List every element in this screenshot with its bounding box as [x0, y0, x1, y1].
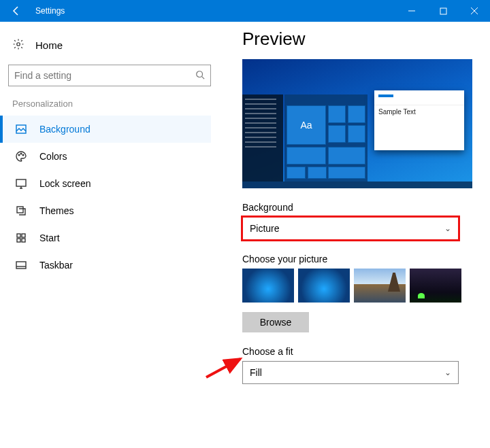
- background-dropdown[interactable]: Picture ⌄: [242, 217, 459, 240]
- lock-screen-icon: [15, 178, 27, 189]
- browse-button-label: Browse: [260, 317, 292, 328]
- svg-point-6: [22, 154, 24, 156]
- sidebar-item-start[interactable]: Start: [0, 224, 211, 252]
- window-title: Settings: [33, 6, 65, 16]
- picture-thumbnail[interactable]: [410, 269, 461, 303]
- close-button[interactable]: [459, 0, 490, 22]
- back-button[interactable]: [0, 0, 33, 22]
- sidebar-item-lock-screen[interactable]: Lock screen: [0, 170, 211, 197]
- svg-rect-11: [17, 239, 20, 242]
- background-dropdown-value: Picture: [250, 223, 280, 234]
- svg-rect-9: [17, 234, 20, 237]
- svg-rect-0: [440, 8, 446, 14]
- page-title: Preview: [242, 29, 476, 50]
- svg-rect-12: [22, 239, 25, 242]
- svg-rect-7: [16, 179, 26, 186]
- svg-rect-13: [16, 262, 26, 269]
- svg-point-1: [17, 43, 20, 46]
- fit-dropdown[interactable]: Fill ⌄: [242, 361, 459, 384]
- sidebar-item-colors[interactable]: Colors: [0, 143, 211, 170]
- search-placeholder: Find a setting: [14, 70, 195, 81]
- gear-icon: [12, 38, 24, 52]
- taskbar-icon: [15, 260, 27, 271]
- choose-picture-label: Choose your picture: [242, 254, 476, 264]
- background-label: Background: [242, 202, 476, 213]
- search-input[interactable]: Find a setting: [8, 65, 211, 86]
- browse-button[interactable]: Browse: [242, 312, 309, 332]
- svg-point-2: [197, 71, 203, 77]
- home-button[interactable]: Home: [8, 34, 211, 65]
- picture-thumbnail[interactable]: [354, 269, 406, 303]
- sidebar-item-label: Themes: [39, 205, 74, 216]
- svg-point-5: [20, 153, 22, 154]
- titlebar: Settings: [0, 0, 490, 22]
- picture-thumbnail[interactable]: [298, 269, 350, 303]
- picture-thumbnails: [242, 269, 476, 303]
- sidebar-item-taskbar[interactable]: Taskbar: [0, 252, 211, 279]
- sidebar-item-label: Taskbar: [39, 260, 73, 271]
- desktop-preview: Aa Sample Text: [242, 59, 472, 188]
- start-icon: [15, 232, 27, 243]
- picture-thumbnail[interactable]: [242, 269, 294, 303]
- picture-icon: [15, 124, 27, 135]
- home-label: Home: [35, 39, 63, 51]
- themes-icon: [15, 205, 27, 216]
- preview-sample-window: Sample Text: [374, 90, 464, 150]
- maximize-button[interactable]: [427, 0, 459, 22]
- search-icon: [195, 70, 205, 82]
- sidebar-item-label: Background: [39, 124, 91, 135]
- choose-fit-label: Choose a fit: [242, 346, 476, 357]
- sidebar-item-background[interactable]: Background: [0, 116, 211, 143]
- palette-icon: [15, 151, 27, 162]
- svg-rect-10: [22, 234, 25, 237]
- main-panel: Preview Aa Sample Text Background Pictur…: [218, 22, 490, 448]
- chevron-down-icon: ⌄: [444, 224, 451, 233]
- section-label: Personalization: [8, 99, 211, 116]
- minimize-button[interactable]: [396, 0, 427, 22]
- preview-tile-aa: Aa: [287, 105, 326, 145]
- sidebar: Home Find a setting Personalization Back…: [0, 22, 218, 448]
- svg-point-4: [18, 154, 20, 156]
- chevron-down-icon: ⌄: [444, 368, 451, 377]
- sidebar-item-label: Start: [39, 232, 60, 243]
- fit-dropdown-value: Fill: [250, 367, 262, 378]
- svg-rect-8: [17, 207, 23, 213]
- sidebar-item-label: Lock screen: [39, 178, 91, 189]
- sidebar-item-label: Colors: [39, 151, 67, 162]
- sidebar-item-themes[interactable]: Themes: [0, 197, 211, 224]
- preview-sample-text: Sample Text: [374, 105, 464, 118]
